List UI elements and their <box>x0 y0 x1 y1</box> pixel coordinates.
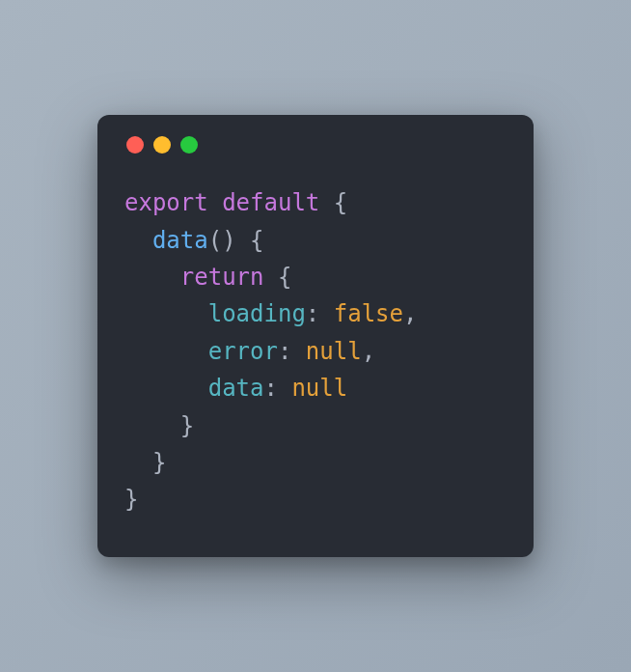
code-token-punct: : <box>306 300 334 327</box>
code-token-keyword: return <box>180 264 264 291</box>
code-token-punct: { <box>319 189 347 216</box>
code-token-punct: : <box>264 375 292 402</box>
code-block: export default { data() { return { loadi… <box>124 184 507 518</box>
code-token-punct <box>124 300 208 327</box>
close-icon <box>126 136 144 154</box>
code-token-punct <box>208 189 222 216</box>
code-token-keyword: export <box>124 189 208 216</box>
code-token-prop: error <box>208 338 278 365</box>
code-token-prop: loading <box>208 300 306 327</box>
code-token-literal: null <box>306 338 362 365</box>
code-token-punct: : <box>278 338 306 365</box>
code-token-punct: () { <box>208 227 264 254</box>
code-token-literal: null <box>291 375 347 402</box>
code-token-punct <box>124 227 152 254</box>
traffic-lights <box>126 136 507 154</box>
code-token-punct <box>124 338 208 365</box>
code-token-punct: , <box>403 300 417 327</box>
code-token-literal: false <box>334 300 403 327</box>
code-token-punct <box>124 264 180 291</box>
code-token-punct: { <box>264 264 292 291</box>
maximize-icon <box>180 136 198 154</box>
code-token-punct: , <box>362 338 375 365</box>
code-token-punct: } <box>124 412 194 439</box>
code-token-punct: } <box>124 449 166 476</box>
code-token-keyword: default <box>222 189 319 216</box>
code-token-prop: data <box>208 375 264 402</box>
code-token-punct: } <box>124 486 138 513</box>
code-token-func: data <box>152 227 208 254</box>
minimize-icon <box>153 136 171 154</box>
code-token-punct <box>124 375 208 402</box>
code-window: export default { data() { return { loadi… <box>97 115 534 557</box>
